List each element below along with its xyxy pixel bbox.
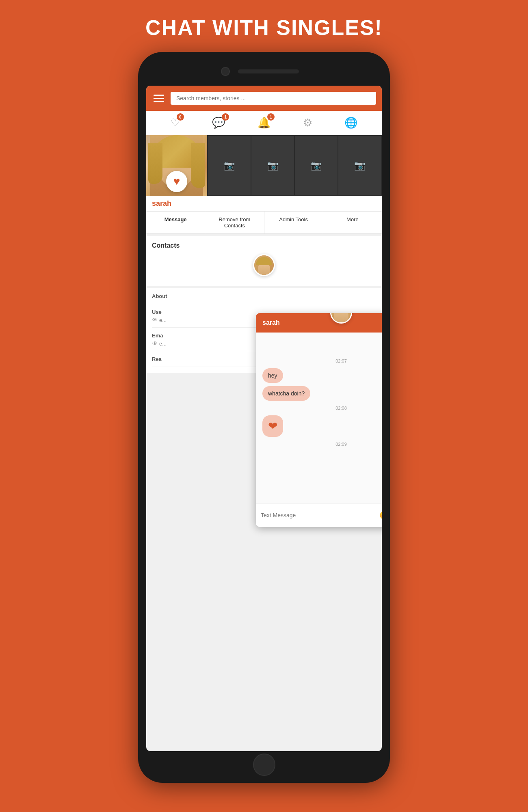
page-headline: CHAT WITH SINGLES! — [145, 15, 383, 40]
hamburger-line-1 — [154, 95, 164, 96]
chat-header: sarah × — [256, 313, 382, 333]
hair-left — [148, 143, 162, 184]
use-label: Use — [152, 309, 162, 315]
phone-camera — [221, 67, 230, 76]
gear-icon: ⚙ — [303, 117, 312, 129]
nav-chat[interactable]: 💬 1 — [212, 117, 225, 129]
more-button[interactable]: More — [323, 212, 382, 233]
chat-text-input[interactable] — [261, 510, 376, 521]
chat-header-name: sarah — [262, 319, 280, 326]
profile-name-row: sarah — [146, 196, 382, 211]
profile-name: sarah — [152, 199, 171, 207]
email-label: Ema — [152, 333, 163, 339]
heart-badge-button[interactable]: ♥ — [166, 171, 187, 192]
eye-icon-use: 👁 — [152, 317, 158, 323]
hamburger-menu[interactable] — [152, 93, 166, 104]
search-input[interactable] — [171, 92, 376, 105]
msg-time-2: 02:08 — [262, 406, 382, 410]
msg-time-1: 02:07 — [262, 358, 382, 363]
profile-section: ♥ 📷 📷 📷 📷 sarah Message Remove from Cont — [146, 135, 382, 234]
heart-badge: 0 — [177, 113, 184, 121]
email-value: e... — [159, 341, 167, 347]
nav-heart[interactable]: ♡ 0 — [171, 117, 180, 129]
heart-icon-badge: ♥ — [173, 176, 180, 187]
phone-screen: ♡ 0 💬 1 🔔 1 ⚙ 🌐 — [146, 86, 382, 751]
remove-contacts-button[interactable]: Remove from Contacts — [205, 212, 264, 233]
chat-badge: 1 — [222, 113, 229, 121]
photo-grid: 📷 📷 📷 📷 — [207, 135, 382, 196]
emoji-icon[interactable]: 😊 — [379, 510, 382, 520]
chat-messages[interactable]: hi 02:07 hey whatcha doin? 02:08 ❤ 02:09 — [256, 333, 382, 503]
phone-home-button[interactable] — [253, 754, 275, 776]
phone-speaker — [238, 69, 299, 73]
eye-icon-email: 👁 — [152, 340, 158, 347]
nav-bell[interactable]: 🔔 1 — [258, 117, 270, 129]
contact-avatar[interactable] — [253, 254, 275, 276]
top-nav — [146, 86, 382, 111]
action-buttons: Message Remove from Contacts Admin Tools… — [146, 211, 382, 234]
hamburger-line-2 — [154, 98, 164, 99]
msg-time-3: 02:09 — [262, 442, 382, 447]
profile-photo[interactable]: ♥ — [146, 135, 207, 196]
bell-badge: 1 — [267, 113, 275, 121]
profile-banner: ♥ 📷 📷 📷 📷 — [146, 135, 382, 196]
heart-message-icon: ❤ — [268, 420, 277, 432]
contacts-title: Contacts — [152, 242, 376, 249]
about-row-about: About — [152, 288, 376, 304]
about-label: About — [152, 293, 167, 299]
message-heart: ❤ — [262, 415, 283, 437]
photo-thumb-4[interactable]: 📷 — [338, 136, 381, 195]
message-hey: hey — [262, 368, 283, 383]
phone-shell: ♡ 0 💬 1 🔔 1 ⚙ 🌐 — [138, 52, 390, 783]
message-whatcha: whatcha doin? — [262, 386, 310, 401]
use-value: e... — [159, 317, 167, 323]
nav-settings[interactable]: ⚙ — [303, 117, 312, 129]
icon-nav: ♡ 0 💬 1 🔔 1 ⚙ 🌐 — [146, 111, 382, 135]
globe-icon: 🌐 — [344, 117, 357, 129]
real-label: Rea — [152, 356, 162, 362]
message-button[interactable]: Message — [146, 212, 205, 233]
photo-thumb-1[interactable]: 📷 — [208, 136, 251, 195]
contact-avatar-row — [152, 254, 376, 276]
photo-thumb-3[interactable]: 📷 — [295, 136, 338, 195]
contacts-section: Contacts — [146, 234, 382, 286]
nav-globe[interactable]: 🌐 — [344, 117, 357, 129]
admin-tools-button[interactable]: Admin Tools — [264, 212, 323, 233]
phone-top-bar — [146, 60, 382, 82]
chat-popup: sarah × hi 02:07 hey whatcha doin? 02:08… — [256, 313, 382, 527]
hair-right — [191, 143, 205, 188]
chat-input-row: 😊 📎 ▶ — [256, 503, 382, 527]
hamburger-line-3 — [154, 101, 164, 102]
phone-bottom-bar — [146, 754, 382, 775]
photo-thumb-2[interactable]: 📷 — [251, 136, 294, 195]
